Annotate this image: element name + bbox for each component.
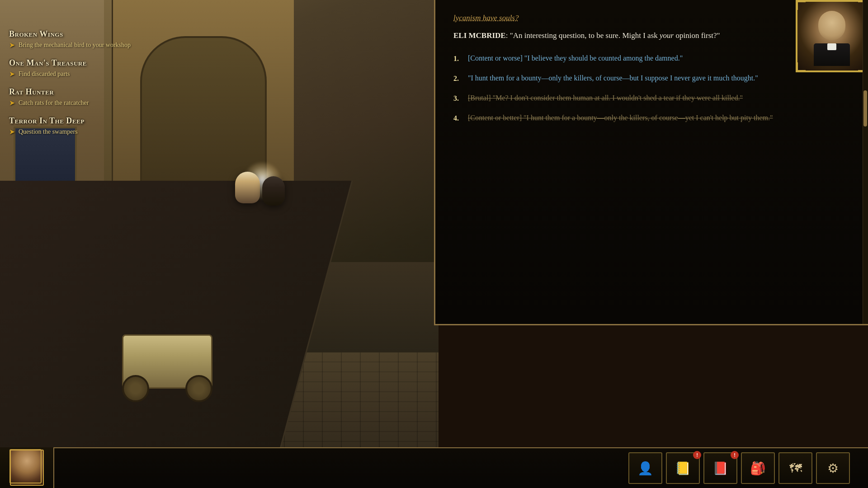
- portrait-corner-bl: [797, 62, 806, 71]
- speech-colon: :: [506, 31, 510, 40]
- dialogue-option-4[interactable]: 4. [Content or better] "I hunt them for …: [453, 113, 850, 124]
- option-speech-1: "I believe they should be counted among …: [524, 54, 683, 62]
- carriage: [113, 316, 240, 407]
- quest-title-terror-in-the-deep: Terror In The Deep: [9, 116, 163, 126]
- quest-log: Broken Wings ➤ Bring the mechanical bird…: [0, 23, 172, 152]
- portrait-frame: [796, 0, 868, 72]
- portrait-corner-tl: [797, 1, 806, 10]
- journal-badge: !: [693, 451, 701, 459]
- inventory-icon: 🎒: [750, 461, 766, 476]
- option-text-3: [Brutal] "Me? I don't consider them huma…: [468, 93, 743, 104]
- quest-arrow-icon: ➤: [9, 41, 15, 49]
- map-button[interactable]: 📕 !: [703, 452, 737, 484]
- settings-button[interactable]: ⚙: [816, 452, 850, 484]
- dialogue-option-2[interactable]: 2. "I hunt them for a bounty—only the ki…: [453, 73, 850, 84]
- dialogue-option-3[interactable]: 3. [Brutal] "Me? I don't consider them h…: [453, 93, 850, 104]
- dialogue-panel: lycanism have souls? ELI MCBRIDE: "An in…: [434, 0, 868, 325]
- carriage-wheel-back: [185, 375, 212, 402]
- atlas-icon: 🗺: [789, 461, 802, 476]
- quest-title-rat-hunter: Rat Hunter: [9, 87, 163, 97]
- speaker-name: ELI MCBRIDE: [453, 31, 506, 40]
- option-number-4: 4.: [453, 113, 462, 124]
- quest-subtitle-terror-in-the-deep: ➤ Question the swampers: [9, 127, 163, 136]
- avatar-ornament: [9, 449, 42, 483]
- speech-end: opinion first?": [674, 31, 720, 40]
- quest-title-one-mans-treasure: One Man's Treasure: [9, 58, 163, 68]
- dialogue-options-list: 1. [Content or worse] "I believe they sh…: [453, 53, 850, 124]
- option-tag-4: [Content or better]: [468, 114, 522, 122]
- option-number-1: 1.: [453, 53, 462, 65]
- quest-item-broken-wings[interactable]: Broken Wings ➤ Bring the mechanical bird…: [9, 29, 163, 49]
- map-icon: 📕: [712, 461, 728, 476]
- option-tag-1: [Content or worse]: [468, 54, 523, 62]
- avatar-portrait: [10, 450, 44, 486]
- priest-collar-white: [827, 43, 836, 50]
- scrollbar-track[interactable]: [863, 0, 868, 325]
- map-badge: !: [731, 451, 739, 459]
- quest-title-broken-wings: Broken Wings: [9, 29, 163, 39]
- npc-portrait: [796, 0, 868, 72]
- quest-arrow-icon-4: ➤: [9, 127, 15, 136]
- option-number-2: 2.: [453, 73, 462, 84]
- quest-subtitle-rat-hunter: ➤ Catch rats for the ratcatcher: [9, 99, 163, 107]
- option-speech-4: "I hunt them for a bounty—only the kille…: [524, 114, 773, 122]
- journal-button[interactable]: 📒 !: [666, 452, 700, 484]
- quest-subtitle-broken-wings: ➤ Bring the mechanical bird to your work…: [9, 41, 163, 49]
- quest-item-terror-in-the-deep[interactable]: Terror In The Deep ➤ Question the swampe…: [9, 116, 163, 136]
- speech-text: "An interesting question, to be sure. Mi…: [510, 31, 660, 40]
- speaker-line: ELI MCBRIDE: "An interesting question, t…: [453, 29, 850, 42]
- option-speech-3: "Me? I don't consider them human at all.…: [493, 94, 743, 102]
- character-2: [262, 176, 285, 206]
- atlas-button[interactable]: 🗺: [778, 452, 812, 484]
- inventory-button[interactable]: 🎒: [741, 452, 775, 484]
- quest-arrow-icon-3: ➤: [9, 99, 15, 107]
- previous-dialogue-text: lycanism have souls?: [453, 14, 850, 23]
- quest-item-rat-hunter[interactable]: Rat Hunter ➤ Catch rats for the ratcatch…: [9, 87, 163, 107]
- carriage-wheel-front: [122, 375, 149, 402]
- character-icon: 👤: [637, 461, 653, 476]
- priest-head: [818, 11, 845, 40]
- journal-icon: 📒: [675, 461, 691, 476]
- quest-subtitle-one-mans-treasure: ➤ Find discarded parts: [9, 70, 163, 78]
- option-text-2: "I hunt them for a bounty—only the kille…: [468, 73, 758, 84]
- option-text-1: [Content or worse] "I believe they shoul…: [468, 53, 683, 65]
- option-number-3: 3.: [453, 93, 462, 104]
- priest-collar: [814, 43, 850, 66]
- dialogue-option-1[interactable]: 1. [Content or worse] "I believe they sh…: [453, 53, 850, 65]
- option-tag-3: [Brutal]: [468, 94, 491, 102]
- speech-italic: your: [660, 31, 674, 40]
- character-button[interactable]: 👤: [628, 452, 662, 484]
- portrait-inner: [797, 2, 866, 70]
- quest-arrow-icon-2: ➤: [9, 70, 15, 78]
- settings-icon: ⚙: [827, 461, 839, 476]
- option-text-4: [Content or better] "I hunt them for a b…: [468, 113, 773, 124]
- scrollbar-thumb[interactable]: [863, 90, 867, 127]
- player-avatar: [0, 447, 54, 488]
- character-1: [235, 172, 260, 203]
- bottom-toolbar: 👤 📒 ! 📕 ! 🎒 🗺 ⚙: [0, 447, 868, 488]
- quest-item-one-mans-treasure[interactable]: One Man's Treasure ➤ Find discarded part…: [9, 58, 163, 78]
